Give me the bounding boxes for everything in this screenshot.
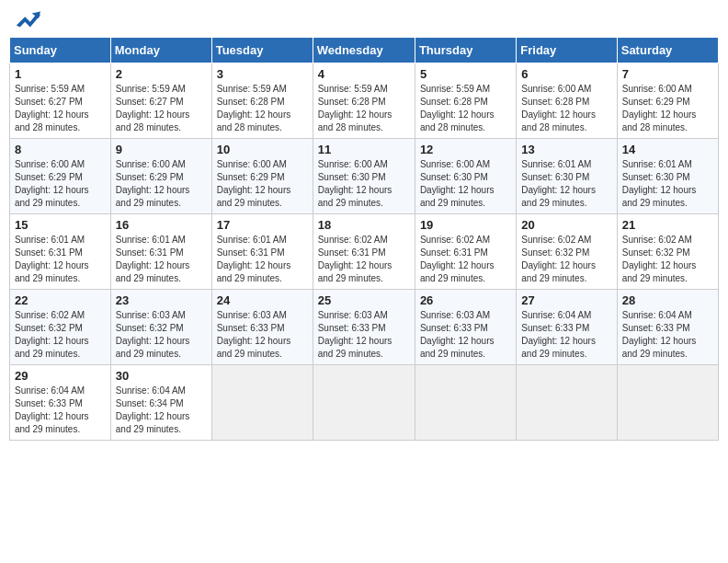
day-number: 1 — [15, 67, 106, 81]
calendar-week-2: 8 Sunrise: 6:00 AM Sunset: 6:29 PM Dayli… — [10, 139, 719, 214]
day-number: 12 — [420, 143, 511, 156]
day-number: 30 — [116, 369, 207, 383]
calendar-cell: 29 Sunrise: 6:04 AM Sunset: 6:33 PM Dayl… — [10, 365, 111, 441]
column-header-friday: Friday — [517, 38, 617, 63]
calendar-cell: 12 Sunrise: 6:00 AM Sunset: 6:30 PM Dayl… — [415, 139, 516, 214]
day-info: Sunrise: 6:04 AM Sunset: 6:33 PM Dayligh… — [521, 309, 611, 361]
calendar-cell: 19 Sunrise: 6:02 AM Sunset: 6:31 PM Dayl… — [415, 214, 516, 290]
day-number: 28 — [622, 293, 713, 307]
day-info: Sunrise: 6:02 AM Sunset: 6:32 PM Dayligh… — [15, 309, 106, 361]
day-info: Sunrise: 6:00 AM Sunset: 6:30 PM Dayligh… — [318, 158, 410, 210]
calendar-body: 1 Sunrise: 5:59 AM Sunset: 6:27 PM Dayli… — [10, 63, 719, 441]
day-number: 15 — [15, 218, 106, 232]
calendar-week-3: 15 Sunrise: 6:01 AM Sunset: 6:31 PM Dayl… — [10, 214, 719, 290]
day-number: 20 — [521, 218, 611, 232]
day-info: Sunrise: 6:04 AM Sunset: 6:34 PM Dayligh… — [116, 385, 207, 436]
day-info: Sunrise: 5:59 AM Sunset: 6:28 PM Dayligh… — [217, 83, 308, 134]
day-number: 2 — [116, 67, 207, 81]
day-number: 26 — [420, 293, 511, 307]
day-info: Sunrise: 6:04 AM Sunset: 6:33 PM Dayligh… — [622, 309, 713, 361]
day-info: Sunrise: 6:01 AM Sunset: 6:30 PM Dayligh… — [622, 158, 713, 210]
day-info: Sunrise: 6:00 AM Sunset: 6:30 PM Dayligh… — [420, 158, 511, 210]
logo-bird-icon — [15, 9, 40, 29]
day-info: Sunrise: 6:01 AM Sunset: 6:31 PM Dayligh… — [116, 234, 207, 285]
day-number: 21 — [622, 218, 713, 232]
day-number: 13 — [521, 143, 611, 156]
calendar-cell — [617, 365, 718, 441]
day-number: 23 — [116, 293, 207, 307]
calendar-cell: 6 Sunrise: 6:00 AM Sunset: 6:28 PM Dayli… — [517, 63, 617, 139]
calendar-cell — [415, 365, 516, 441]
day-number: 22 — [15, 293, 106, 307]
column-header-saturday: Saturday — [617, 38, 718, 63]
calendar-week-5: 29 Sunrise: 6:04 AM Sunset: 6:33 PM Dayl… — [10, 365, 719, 441]
day-number: 3 — [217, 67, 308, 81]
calendar-cell: 10 Sunrise: 6:00 AM Sunset: 6:29 PM Dayl… — [211, 139, 313, 214]
day-info: Sunrise: 6:02 AM Sunset: 6:32 PM Dayligh… — [622, 234, 713, 285]
day-info: Sunrise: 6:03 AM Sunset: 6:32 PM Dayligh… — [116, 309, 207, 361]
day-info: Sunrise: 6:01 AM Sunset: 6:31 PM Dayligh… — [15, 234, 106, 285]
day-info: Sunrise: 6:00 AM Sunset: 6:29 PM Dayligh… — [622, 83, 713, 134]
day-number: 27 — [521, 293, 611, 307]
calendar-cell — [313, 365, 415, 441]
calendar-header-row: SundayMondayTuesdayWednesdayThursdayFrid… — [10, 38, 719, 63]
day-info: Sunrise: 6:03 AM Sunset: 6:33 PM Dayligh… — [420, 309, 511, 361]
calendar-cell: 9 Sunrise: 6:00 AM Sunset: 6:29 PM Dayli… — [110, 139, 211, 214]
calendar-cell: 1 Sunrise: 5:59 AM Sunset: 6:27 PM Dayli… — [10, 63, 111, 139]
calendar-cell: 22 Sunrise: 6:02 AM Sunset: 6:32 PM Dayl… — [10, 290, 111, 365]
calendar-table: SundayMondayTuesdayWednesdayThursdayFrid… — [9, 37, 719, 441]
day-number: 14 — [622, 143, 713, 156]
calendar-cell: 18 Sunrise: 6:02 AM Sunset: 6:31 PM Dayl… — [313, 214, 415, 290]
calendar-cell: 13 Sunrise: 6:01 AM Sunset: 6:30 PM Dayl… — [517, 139, 617, 214]
calendar-cell: 24 Sunrise: 6:03 AM Sunset: 6:33 PM Dayl… — [211, 290, 313, 365]
day-info: Sunrise: 5:59 AM Sunset: 6:28 PM Dayligh… — [318, 83, 410, 134]
day-number: 24 — [217, 293, 308, 307]
day-info: Sunrise: 6:02 AM Sunset: 6:31 PM Dayligh… — [318, 234, 410, 285]
day-number: 17 — [217, 218, 308, 232]
calendar-cell: 26 Sunrise: 6:03 AM Sunset: 6:33 PM Dayl… — [415, 290, 516, 365]
day-info: Sunrise: 6:01 AM Sunset: 6:31 PM Dayligh… — [217, 234, 308, 285]
day-info: Sunrise: 6:01 AM Sunset: 6:30 PM Dayligh… — [521, 158, 611, 210]
day-number: 7 — [622, 67, 713, 81]
page-header — [9, 9, 719, 29]
day-number: 25 — [318, 293, 410, 307]
calendar-cell: 23 Sunrise: 6:03 AM Sunset: 6:32 PM Dayl… — [110, 290, 211, 365]
day-number: 18 — [318, 218, 410, 232]
calendar-cell: 4 Sunrise: 5:59 AM Sunset: 6:28 PM Dayli… — [313, 63, 415, 139]
calendar-cell: 3 Sunrise: 5:59 AM Sunset: 6:28 PM Dayli… — [211, 63, 313, 139]
calendar-cell: 21 Sunrise: 6:02 AM Sunset: 6:32 PM Dayl… — [617, 214, 718, 290]
column-header-monday: Monday — [110, 38, 211, 63]
calendar-cell: 11 Sunrise: 6:00 AM Sunset: 6:30 PM Dayl… — [313, 139, 415, 214]
calendar-cell: 20 Sunrise: 6:02 AM Sunset: 6:32 PM Dayl… — [517, 214, 617, 290]
day-number: 10 — [217, 143, 308, 156]
calendar-cell: 30 Sunrise: 6:04 AM Sunset: 6:34 PM Dayl… — [110, 365, 211, 441]
day-info: Sunrise: 6:02 AM Sunset: 6:31 PM Dayligh… — [420, 234, 511, 285]
day-info: Sunrise: 5:59 AM Sunset: 6:27 PM Dayligh… — [116, 83, 207, 134]
calendar-cell — [211, 365, 313, 441]
column-header-thursday: Thursday — [415, 38, 516, 63]
column-header-wednesday: Wednesday — [313, 38, 415, 63]
day-number: 5 — [420, 67, 511, 81]
calendar-cell: 14 Sunrise: 6:01 AM Sunset: 6:30 PM Dayl… — [617, 139, 718, 214]
calendar-cell: 5 Sunrise: 5:59 AM Sunset: 6:28 PM Dayli… — [415, 63, 516, 139]
calendar-cell: 27 Sunrise: 6:04 AM Sunset: 6:33 PM Dayl… — [517, 290, 617, 365]
calendar-cell: 15 Sunrise: 6:01 AM Sunset: 6:31 PM Dayl… — [10, 214, 111, 290]
day-info: Sunrise: 6:00 AM Sunset: 6:28 PM Dayligh… — [521, 83, 611, 134]
calendar-cell: 25 Sunrise: 6:03 AM Sunset: 6:33 PM Dayl… — [313, 290, 415, 365]
day-number: 19 — [420, 218, 511, 232]
day-info: Sunrise: 6:03 AM Sunset: 6:33 PM Dayligh… — [318, 309, 410, 361]
logo — [13, 9, 40, 29]
calendar-cell — [517, 365, 617, 441]
day-info: Sunrise: 6:04 AM Sunset: 6:33 PM Dayligh… — [15, 385, 106, 436]
calendar-cell: 7 Sunrise: 6:00 AM Sunset: 6:29 PM Dayli… — [617, 63, 718, 139]
calendar-cell: 28 Sunrise: 6:04 AM Sunset: 6:33 PM Dayl… — [617, 290, 718, 365]
day-number: 4 — [318, 67, 410, 81]
day-info: Sunrise: 6:00 AM Sunset: 6:29 PM Dayligh… — [116, 158, 207, 210]
day-info: Sunrise: 6:00 AM Sunset: 6:29 PM Dayligh… — [15, 158, 106, 210]
calendar-cell: 8 Sunrise: 6:00 AM Sunset: 6:29 PM Dayli… — [10, 139, 111, 214]
day-number: 29 — [15, 369, 106, 383]
calendar-cell: 17 Sunrise: 6:01 AM Sunset: 6:31 PM Dayl… — [211, 214, 313, 290]
day-number: 8 — [15, 143, 106, 156]
calendar-cell: 16 Sunrise: 6:01 AM Sunset: 6:31 PM Dayl… — [110, 214, 211, 290]
day-number: 16 — [116, 218, 207, 232]
